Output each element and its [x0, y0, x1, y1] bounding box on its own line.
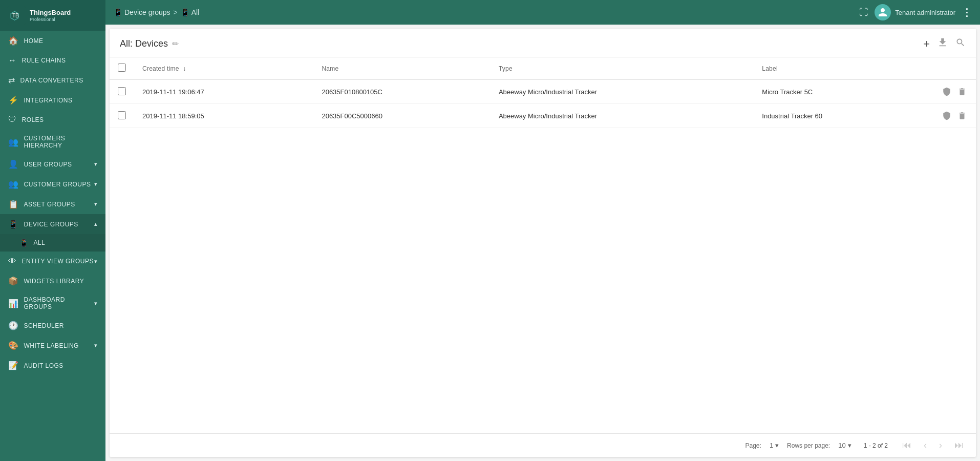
table-container: Created time ↓ Name Type Label [110, 57, 976, 433]
row2-actions [930, 104, 976, 128]
sidebar-item-widgets-library[interactable]: 📦 WIDGETS LIBRARY [0, 271, 105, 291]
sidebar-item-customers-hierarchy[interactable]: 👥 CUSTOMERS HIERARCHY [0, 130, 105, 154]
topbar-right: ⛶ Tenant administrator ⋮ [859, 4, 972, 20]
header-created-time[interactable]: Created time ↓ [134, 57, 313, 80]
breadcrumb-device-groups-label: Device groups [124, 8, 171, 16]
user-groups-icon: 👤 [8, 159, 18, 169]
row2-checkbox[interactable] [118, 111, 126, 119]
select-all-checkbox[interactable] [118, 64, 126, 72]
sidebar-subitem-all[interactable]: 📱 All [0, 234, 105, 252]
user-groups-arrow-icon: ▾ [94, 161, 97, 167]
data-converters-icon: ⇄ [8, 75, 15, 85]
home-icon: 🏠 [8, 36, 18, 46]
edit-title-button[interactable]: ✏ [172, 39, 179, 49]
row1-actions [930, 80, 976, 104]
rows-per-page-label: Rows per page: [787, 442, 830, 449]
content-header: All: Devices ✏ + [110, 29, 976, 57]
main-area: 📱 Device groups > 📱 All ⛶ Tenant adminis… [105, 0, 980, 461]
sidebar-item-dashboard-groups[interactable]: 📊 DASHBOARD GROUPS ▾ [0, 291, 105, 316]
roles-icon: 🛡 [8, 115, 16, 124]
pagination-first-button[interactable]: ⏮ [900, 439, 913, 452]
sidebar-item-rule-chains-label: RULE CHAINS [22, 57, 66, 64]
sidebar-item-asset-groups-label: ASSET GROUPS [24, 201, 75, 208]
row1-shield-button[interactable] [941, 86, 952, 97]
page-title: All: Devices [120, 38, 168, 49]
topbar: 📱 Device groups > 📱 All ⛶ Tenant adminis… [105, 0, 980, 25]
sidebar-item-integrations-label: INTEGRATIONS [24, 97, 72, 104]
row1-label: Micro Tracker 5C [754, 80, 930, 104]
breadcrumb-all-icon: 📱 [181, 8, 189, 16]
upload-button[interactable] [937, 37, 948, 51]
sidebar-item-data-converters[interactable]: ⇄ DATA CONVERTERS [0, 70, 105, 90]
sidebar-item-customers-hierarchy-label: CUSTOMERS HIERARCHY [24, 135, 97, 149]
dashboard-groups-arrow-icon: ▾ [94, 300, 97, 307]
name-label: Name [322, 65, 338, 72]
pagination: Page: 1 ▾ Rows per page: 10 ▾ 1 - 2 of 2… [110, 433, 976, 457]
page-label: Page: [745, 442, 761, 449]
search-button[interactable] [955, 37, 966, 50]
sidebar-item-user-groups[interactable]: 👤 USER GROUPS ▾ [0, 154, 105, 174]
widgets-library-icon: 📦 [8, 276, 18, 286]
breadcrumb-all-label: All [191, 8, 200, 16]
page-select[interactable]: 1 ▾ [770, 442, 779, 449]
breadcrumb-all[interactable]: 📱 All [181, 8, 200, 16]
header-type: Type [491, 57, 754, 80]
sidebar-item-entity-view-groups[interactable]: 👁 ENTITY VIEW GROUPS ▾ [0, 252, 105, 271]
row1-checkbox-cell [110, 80, 134, 104]
row2-name: 20635F00C5000660 [313, 104, 490, 128]
header-name: Name [313, 57, 490, 80]
rule-chains-icon: ↔ [8, 56, 16, 65]
breadcrumb: 📱 Device groups > 📱 All [114, 8, 199, 16]
row2-created-time: 2019-11-11 18:59:05 [134, 104, 313, 128]
customer-groups-icon: 👥 [8, 179, 18, 189]
sidebar-item-scheduler[interactable]: 🕐 SCHEDULER [0, 316, 105, 336]
breadcrumb-device-groups[interactable]: 📱 Device groups [114, 8, 171, 16]
breadcrumb-device-groups-icon: 📱 [114, 8, 122, 16]
sidebar-logo[interactable]: ⬡ TB ThingsBoard Professional [0, 0, 105, 31]
row1-created-time: 2019-11-11 19:06:47 [134, 80, 313, 104]
rows-per-page-select[interactable]: 10 ▾ [838, 442, 851, 449]
add-device-button[interactable]: + [923, 37, 930, 51]
sidebar-item-rule-chains[interactable]: ↔ RULE CHAINS [0, 51, 105, 70]
asset-groups-arrow-icon: ▾ [94, 201, 97, 207]
row2-delete-button[interactable] [956, 110, 968, 121]
customers-hierarchy-icon: 👥 [8, 137, 18, 147]
header-checkbox-col [110, 57, 134, 80]
sidebar-item-integrations[interactable]: ⚡ INTEGRATIONS [0, 90, 105, 110]
sidebar-item-audit-logs-label: AUDIT LOGS [24, 362, 63, 369]
sidebar-item-data-converters-label: DATA CONVERTERS [20, 77, 83, 84]
dashboard-groups-icon: 📊 [8, 299, 18, 308]
row2-checkbox-cell [110, 104, 134, 128]
logo-icon: ⬡ TB [7, 6, 26, 25]
devices-table: Created time ↓ Name Type Label [110, 57, 976, 128]
content-header-actions: + [923, 37, 966, 51]
pagination-next-button[interactable]: › [937, 439, 944, 452]
sidebar-item-audit-logs[interactable]: 📝 AUDIT LOGS [0, 355, 105, 375]
sidebar-item-white-labeling-label: WHITE LABELING [24, 342, 78, 349]
sidebar-item-roles[interactable]: 🛡 ROLES [0, 110, 105, 130]
page-value: 1 [770, 442, 773, 449]
row2-label: Industrial Tracker 60 [754, 104, 930, 128]
content-area: All: Devices ✏ + [110, 29, 976, 457]
white-labeling-icon: 🎨 [8, 341, 18, 350]
sidebar-item-device-groups[interactable]: 📱 DEVICE GROUPS ▴ [0, 214, 105, 234]
pagination-prev-button[interactable]: ‹ [922, 439, 929, 452]
pagination-last-button[interactable]: ⏭ [952, 439, 966, 452]
table-header-row: Created time ↓ Name Type Label [110, 57, 976, 80]
row1-name: 20635F010800105C [313, 80, 490, 104]
more-options-button[interactable]: ⋮ [962, 6, 972, 18]
sidebar-item-scheduler-label: SCHEDULER [24, 322, 63, 329]
row2-shield-button[interactable] [941, 110, 952, 121]
sidebar-item-home[interactable]: 🏠 HOME [0, 31, 105, 51]
avatar [875, 4, 891, 20]
username-label: Tenant administrator [895, 9, 955, 16]
user-menu[interactable]: Tenant administrator [875, 4, 955, 20]
sidebar-item-asset-groups[interactable]: 📋 ASSET GROUPS ▾ [0, 194, 105, 214]
row1-checkbox[interactable] [118, 87, 126, 95]
customer-groups-arrow-icon: ▾ [94, 181, 97, 187]
sidebar-item-white-labeling[interactable]: 🎨 WHITE LABELING ▾ [0, 336, 105, 355]
fullscreen-button[interactable]: ⛶ [859, 7, 868, 18]
sidebar-item-user-groups-label: USER GROUPS [24, 161, 72, 168]
row1-delete-button[interactable] [956, 86, 968, 97]
sidebar-item-customer-groups[interactable]: 👥 CUSTOMER GROUPS ▾ [0, 174, 105, 194]
